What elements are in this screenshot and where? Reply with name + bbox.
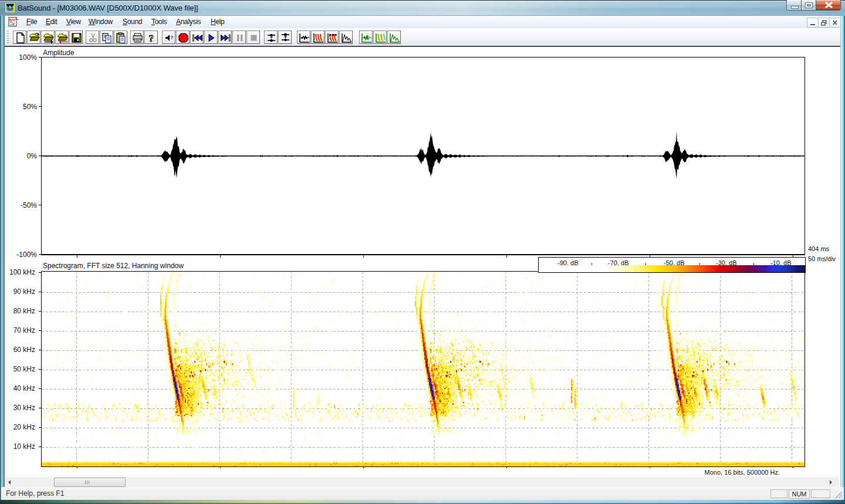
svg-text:?: ? <box>149 33 154 43</box>
svg-text:BAT: BAT <box>9 18 16 22</box>
svg-text:?: ? <box>170 35 174 40</box>
